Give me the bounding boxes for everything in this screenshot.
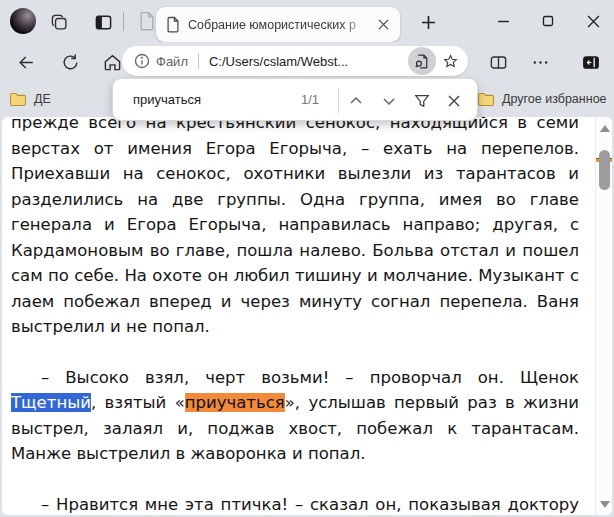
sidebar-toggle-icon[interactable] [577, 48, 605, 76]
selected-text: Тщетный [11, 393, 91, 412]
web-content-area: прежде всего на крестьянский сенокос, на… [2, 117, 612, 515]
text-segment: , взятый « [91, 393, 185, 412]
find-filter-icon[interactable] [409, 88, 435, 114]
scrollbar-thumb[interactable] [599, 150, 610, 190]
title-bar: Собрание юмористических р [0, 0, 614, 42]
address-divider [198, 53, 199, 69]
profile-avatar[interactable] [10, 8, 36, 34]
inactive-tab-page-icon[interactable] [138, 11, 156, 31]
new-tab-button[interactable] [415, 9, 441, 35]
url-text: C:/Users/cslam/Webst... [209, 54, 408, 69]
paragraph: прежде всего на крестьянский сенокос, на… [11, 117, 579, 340]
find-in-page-bar: 1/1 [112, 78, 478, 121]
paragraph: – Высоко взял, черт возьми! – проворчал … [11, 365, 579, 467]
workspaces-icon[interactable] [46, 9, 72, 35]
article-text: прежде всего на крестьянский сенокос, на… [2, 117, 595, 515]
address-bar[interactable]: Файл C:/Users/cslam/Webst... [122, 46, 468, 76]
favorites-folder-left-label: ДЕ [34, 92, 51, 106]
refresh-button[interactable] [56, 48, 84, 76]
folder-icon [9, 92, 27, 107]
find-match-count: 1/1 [301, 92, 319, 107]
window-minimize-button[interactable] [487, 6, 519, 36]
favorite-star-icon[interactable] [436, 47, 464, 75]
text-segment: – Высоко взял, черт возьми! – проворчал … [41, 368, 579, 387]
folder-icon [477, 92, 495, 107]
search-on-page-icon[interactable] [408, 47, 436, 75]
settings-menu-icon[interactable] [526, 48, 554, 76]
window-maximize-button[interactable] [532, 6, 564, 36]
favorites-folder-left[interactable]: ДЕ [9, 87, 51, 111]
back-button[interactable] [12, 48, 40, 76]
navigation-toolbar: Файл C:/Users/cslam/Webst... [0, 42, 614, 80]
find-close-icon[interactable] [441, 88, 467, 114]
favorites-folder-other[interactable]: Другое избранное [477, 87, 607, 111]
find-divider [338, 88, 339, 113]
find-input[interactable] [133, 92, 283, 107]
url-scheme-label: Файл [156, 54, 188, 69]
scroll-up-icon[interactable] [596, 119, 612, 137]
vertical-tabs-icon[interactable] [90, 9, 116, 35]
find-previous-icon[interactable] [343, 88, 369, 114]
tab-title: Собрание юмористических р [188, 18, 374, 32]
active-tab[interactable]: Собрание юмористических р [156, 7, 400, 42]
find-next-icon[interactable] [376, 88, 402, 114]
scroll-down-icon[interactable] [596, 495, 612, 513]
site-info-icon[interactable] [134, 53, 150, 69]
tab-close-icon[interactable] [374, 16, 392, 34]
vertical-scrollbar[interactable] [595, 117, 612, 515]
tab-page-icon [166, 16, 180, 33]
paragraph: – Нравится мне эта птичка! – сказал он, … [11, 492, 579, 516]
titlebar-divider [123, 12, 124, 31]
favorites-folder-other-label: Другое избранное [502, 92, 607, 106]
window-close-button[interactable] [577, 6, 609, 36]
split-screen-icon[interactable] [484, 48, 512, 76]
find-match-highlight: приучаться [185, 393, 285, 412]
